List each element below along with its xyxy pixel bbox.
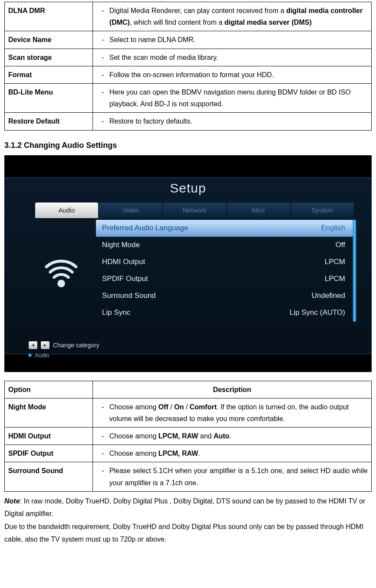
desc-text: Set the scan mode of media library.	[109, 52, 368, 63]
tab-misc[interactable]: Misc	[227, 203, 290, 218]
setup-row-lip-sync[interactable]: Lip Sync Lip Sync (AUTO)	[96, 304, 353, 321]
row-value: LPCM	[325, 274, 345, 283]
section-heading: 3.1.2 Changing Audio Settings	[4, 141, 372, 150]
dash: -	[96, 34, 109, 46]
bold-text: digital media server (DMS)	[224, 19, 312, 26]
text: and	[198, 432, 214, 440]
table-row: SPDIF Output - Choose among LPCM, RAW.	[5, 445, 372, 462]
setup-row-night-mode[interactable]: Night Mode Off	[96, 237, 353, 254]
option-desc: - Please select 5.1CH when your amplifie…	[92, 462, 371, 491]
bold-text: Comfort	[190, 403, 217, 411]
desc-text: Choose among Off / On / Comfort. If the …	[109, 401, 368, 425]
desc-text: Digital Media Renderer, can play content…	[109, 5, 368, 28]
bold-text: LPCM, RAW	[158, 432, 198, 440]
setup-rows: Preferred Audio Language English Night M…	[96, 220, 353, 321]
text: .	[229, 432, 231, 440]
dash: -	[96, 430, 109, 442]
row-value: LPCM	[325, 258, 345, 266]
setup-row-surround-sound[interactable]: Surround Sound Undefined	[96, 287, 353, 304]
tab-system[interactable]: System	[291, 203, 354, 218]
option-desc: - Choose among LPCM, RAW and Auto.	[92, 428, 371, 445]
header-option: Option	[5, 381, 93, 398]
option-desc: -Select to name DLNA DMR.	[92, 31, 371, 49]
option-desc: -Restore to factory defaults.	[92, 113, 371, 130]
setup-row-preferred-language[interactable]: Preferred Audio Language English	[96, 220, 353, 237]
table-row: Device Name -Select to name DLNA DMR.	[5, 31, 372, 49]
text: .	[198, 450, 200, 457]
option-name: Restore Default	[5, 113, 93, 130]
table-row: Format -Follow the on-screen information…	[5, 66, 372, 83]
desc-text: Restore to factory defaults.	[109, 115, 368, 127]
setup-screenshot: Setup Audio Video Network Misc System Pr…	[4, 155, 372, 372]
audio-options-table: Option Description Night Mode - Choose a…	[4, 381, 372, 492]
text: Choose among	[109, 403, 158, 411]
desc-text: Here you can open the BDMV navigation me…	[109, 86, 368, 110]
desc-text: Choose among LPCM, RAW.	[109, 448, 368, 459]
row-label: Lip Sync	[102, 308, 130, 317]
bold-text: Auto	[214, 432, 229, 440]
tab-audio[interactable]: Audio	[35, 203, 98, 218]
text: , which will find content from a	[130, 19, 224, 26]
text: Choose among	[109, 450, 158, 457]
row-value: English	[321, 224, 345, 232]
option-name: Device Name	[5, 31, 93, 49]
option-desc: -Follow the on-screen information to for…	[92, 66, 371, 83]
row-label: HDMI Output	[102, 258, 145, 266]
dash: -	[96, 52, 109, 63]
table-row: Surround Sound - Please select 5.1CH whe…	[5, 462, 372, 491]
option-desc: - Digital Media Renderer, can play conte…	[92, 2, 371, 31]
setup-tabs: Audio Video Network Misc System	[35, 203, 354, 218]
setup-title: Setup	[5, 181, 371, 196]
dash: -	[96, 401, 109, 425]
option-name: DLNA DMR	[5, 2, 93, 31]
header-description: Description	[92, 381, 371, 398]
desc-text: Select to name DLNA DMR.	[109, 34, 368, 46]
sub-text: Audio	[35, 352, 49, 359]
bold-text: On	[174, 403, 184, 411]
footer-sub: Audio	[29, 352, 49, 359]
system-options-table: DLNA DMR - Digital Media Renderer, can p…	[4, 2, 372, 131]
desc-text: Follow the on-screen information to form…	[109, 69, 368, 81]
row-label: Preferred Audio Language	[102, 224, 188, 232]
right-key-icon: ▸	[41, 341, 49, 349]
table-row: BD-Lite Menu -Here you can open the BDMV…	[5, 83, 372, 112]
setup-row-hdmi-output[interactable]: HDMI Output LPCM	[96, 254, 353, 271]
text: /	[184, 403, 189, 411]
row-label: Night Mode	[102, 241, 140, 249]
option-desc: -Here you can open the BDMV navigation m…	[92, 83, 371, 112]
option-name: SPDIF Output	[5, 445, 93, 462]
table-header-row: Option Description	[5, 381, 372, 398]
row-value: Undefined	[311, 291, 345, 300]
table-row: HDMI Output - Choose among LPCM, RAW and…	[5, 428, 372, 445]
setup-row-spdif-output[interactable]: SPDIF Output LPCM	[96, 271, 353, 287]
svg-point-0	[57, 280, 65, 287]
option-name: Scan storage	[5, 49, 93, 66]
desc-text: Please select 5.1CH when your amplifier …	[109, 465, 368, 488]
note-paragraph-2: Due to the bandwidth requirement, Dolby …	[4, 521, 372, 546]
scrollbar-thumb[interactable]	[353, 220, 356, 321]
dash: -	[96, 448, 109, 459]
scrollbar[interactable]	[353, 220, 356, 321]
tab-video[interactable]: Video	[99, 203, 162, 218]
left-key-icon: ◂	[29, 341, 37, 349]
dash: -	[96, 465, 109, 488]
row-value: Off	[336, 241, 345, 249]
text: /	[168, 403, 174, 411]
row-label: Surround Sound	[102, 291, 156, 300]
note-text: : In raw mode, Dolby TrueHD, Dolby Digit…	[4, 497, 365, 517]
option-name: Surround Sound	[5, 462, 93, 491]
desc-text: Choose among LPCM, RAW and Auto.	[109, 430, 368, 442]
option-name: Night Mode	[5, 398, 93, 427]
dash: -	[96, 69, 109, 81]
audio-icon	[37, 251, 85, 299]
option-desc: -Set the scan mode of media library.	[92, 49, 371, 66]
tab-network[interactable]: Network	[163, 203, 226, 218]
text: Digital Media Renderer, can play content…	[109, 7, 286, 14]
option-name: HDMI Output	[5, 428, 93, 445]
note-label: Note	[4, 497, 20, 505]
table-row: Restore Default -Restore to factory defa…	[5, 113, 372, 130]
option-desc: - Choose among LPCM, RAW.	[92, 445, 371, 462]
bullet-icon	[29, 354, 31, 356]
note-paragraph-1: Note: In raw mode, Dolby TrueHD, Dolby D…	[4, 495, 372, 520]
option-name: BD-Lite Menu	[5, 83, 93, 112]
